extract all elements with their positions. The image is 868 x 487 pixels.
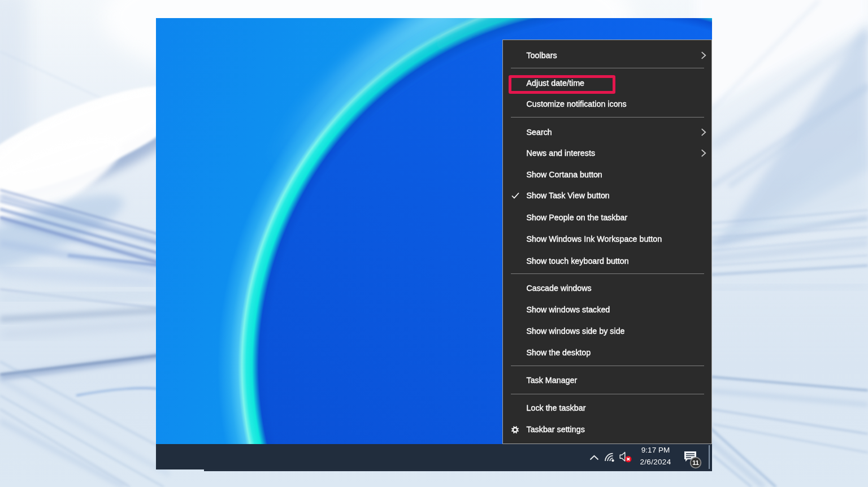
svg-text:11: 11 — [692, 459, 699, 466]
